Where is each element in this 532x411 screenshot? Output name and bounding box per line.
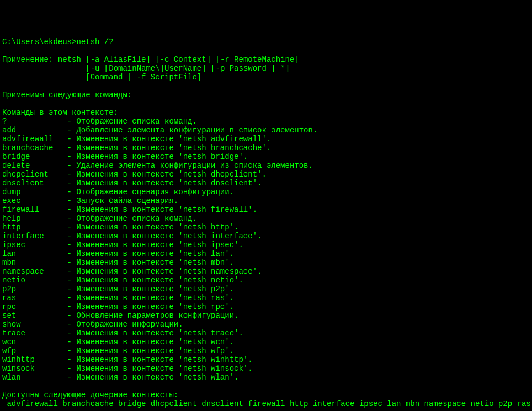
sub-contexts-list: advfirewall branchcache bridge dhcpclien… — [2, 399, 532, 408]
context-header: Команды в этом контексте: — [2, 108, 118, 117]
prompt: C:\Users\ekdeus> — [2, 38, 76, 46]
terminal-output[interactable]: C:\Users\ekdeus>netsh /? Применение: net… — [2, 38, 530, 411]
command-input: netsh /? — [76, 38, 113, 46]
commands-list: ? - Отображение списка команд. add - Доб… — [2, 117, 530, 382]
commands-header: Применимы следующие команды: — [2, 90, 132, 99]
sub-contexts-header: Доступны следующие дочерние контексты: — [2, 391, 178, 399]
usage-block: Применение: netsh [-a AliasFile] [-c Con… — [2, 55, 299, 82]
